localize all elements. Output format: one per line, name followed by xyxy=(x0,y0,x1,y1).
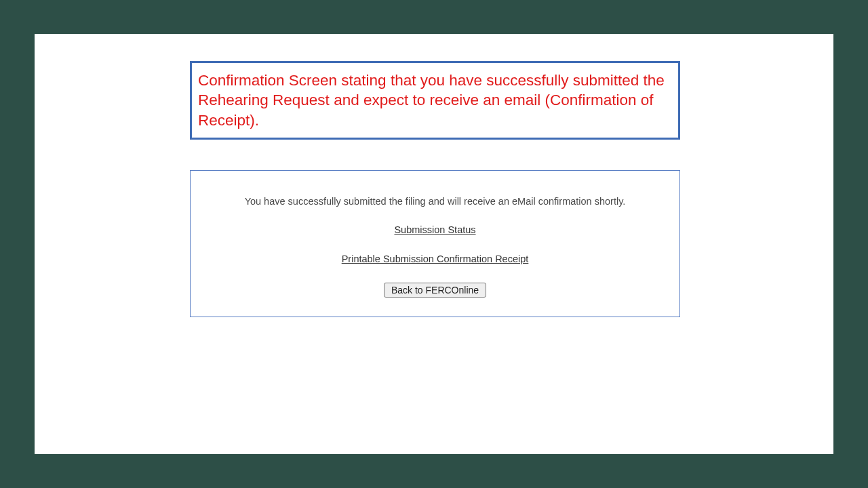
printable-receipt-link[interactable]: Printable Submission Confirmation Receip… xyxy=(342,253,529,264)
back-to-ferconline-button[interactable]: Back to FERCOnline xyxy=(384,283,486,298)
confirmation-message: You have successfully submitted the fili… xyxy=(191,196,679,207)
confirmation-panel: You have successfully submitted the fili… xyxy=(190,170,680,317)
annotation-callout: Confirmation Screen stating that you hav… xyxy=(190,61,680,140)
submission-status-link[interactable]: Submission Status xyxy=(394,224,475,235)
annotation-text: Confirmation Screen stating that you hav… xyxy=(198,70,672,130)
slide-page: Confirmation Screen stating that you hav… xyxy=(35,34,833,454)
